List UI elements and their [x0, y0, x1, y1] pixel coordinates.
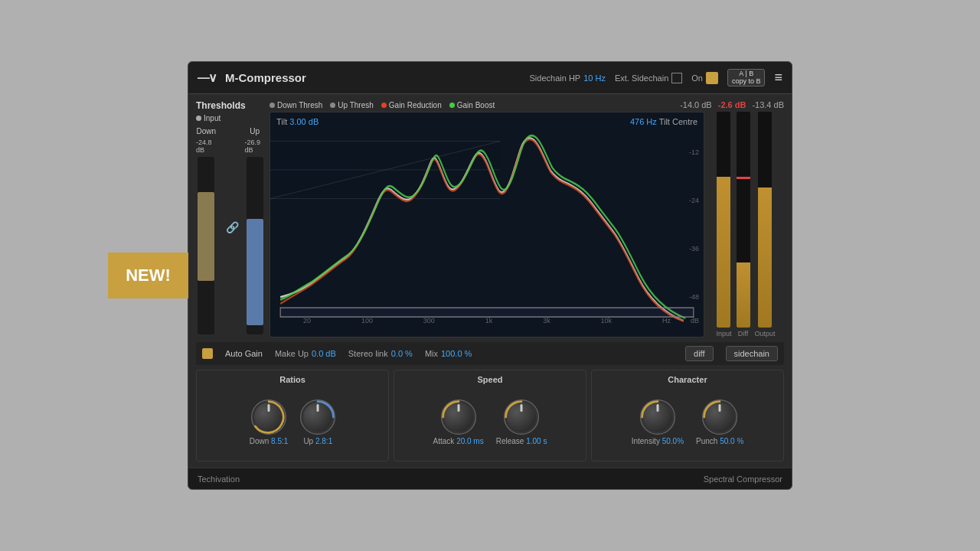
stereo-link-label: Stereo link	[348, 349, 388, 358]
down-slider[interactable]	[198, 157, 214, 334]
speed-group: Speed Attack 20.0 ms	[394, 370, 586, 461]
attack-label: Attack 20.0 ms	[433, 437, 484, 445]
punch-knob[interactable]	[702, 399, 737, 435]
on-btn-box	[706, 72, 718, 84]
legend-gain-reduction: Gain Reduction	[381, 101, 442, 109]
logo-icon: —∨	[198, 70, 216, 85]
db-readout-1: -14.0 dB	[680, 100, 712, 109]
intensity-knob[interactable]	[640, 399, 675, 435]
attack-item: Attack 20.0 ms	[433, 399, 484, 445]
ratios-label: Ratios	[279, 375, 305, 384]
up-value: -26.9 dB	[245, 139, 266, 154]
intensity-arc	[639, 398, 677, 436]
punch-arc	[701, 398, 739, 436]
header: —∨ M-Compressor Sidechain HP 10 Hz Ext. …	[188, 62, 792, 94]
down-ratio-label: Down 8.5:1	[250, 437, 289, 445]
output-meter-label: Output	[755, 330, 776, 337]
up-ratio-item: Up 2.8:1	[300, 399, 335, 445]
legend-dot-down	[270, 103, 275, 108]
sidechain-button[interactable]: sidechain	[726, 346, 778, 361]
thresholds-section: Thresholds Input Down -24.8 dB	[196, 100, 265, 337]
makeup-label: Make Up	[275, 349, 309, 358]
diff-meter-label: Diff	[738, 330, 748, 337]
release-knob[interactable]	[504, 399, 539, 435]
plugin-window: NEW! —∨ M-Compressor Sidechain HP 10 Hz …	[188, 61, 792, 490]
body: Thresholds Input Down -24.8 dB	[188, 94, 792, 468]
db-readout-3: -13.4 dB	[752, 100, 784, 109]
mix-group: Mix 100.0 %	[425, 349, 472, 358]
output-meter-col: Output	[755, 112, 776, 337]
punch-label: Punch 50.0 %	[696, 437, 743, 445]
plugin-title: M-Compressor	[225, 71, 306, 84]
makeup-value[interactable]: 0.0 dB	[312, 349, 336, 358]
stereo-link-group: Stereo link 0.0 %	[348, 349, 413, 358]
input-meter	[717, 112, 730, 328]
footer-brand: Techivation	[198, 474, 240, 484]
diff-button[interactable]: diff	[685, 346, 713, 361]
diff-meter	[737, 112, 750, 328]
up-slider[interactable]	[247, 157, 263, 334]
up-ratio-label: Up 2.8:1	[303, 437, 332, 445]
up-threshold-col: Up -26.9 dB	[245, 127, 266, 334]
attack-knob[interactable]	[441, 399, 476, 435]
spectrum-graph[interactable]: Tilt 3.00 dB 476 Hz Tilt Centre	[270, 112, 704, 337]
sidechain-hp-value[interactable]: 10 Hz	[583, 73, 606, 83]
intensity-item: Intensity 50.0%	[632, 399, 684, 445]
down-ratio-item: Down 8.5:1	[250, 399, 289, 445]
input-meter-label: Input	[716, 330, 731, 337]
db-axis: -12 -24 -36 -48	[689, 112, 699, 337]
new-badge: NEW!	[108, 253, 188, 298]
auto-gain-row: Auto Gain Make Up 0.0 dB Stereo link 0.0…	[196, 342, 784, 365]
knobs-section: Ratios Down 8.5:1	[196, 370, 784, 461]
intensity-label: Intensity 50.0%	[632, 437, 684, 445]
down-value: -24.8 dB	[196, 139, 217, 154]
down-label: Down	[196, 127, 216, 135]
legend-input: Input	[196, 114, 220, 122]
ext-sidechain: Ext. Sidechain	[615, 73, 682, 83]
freq-axis: 20 100 300 1k 3k 10k Hz	[270, 317, 704, 324]
diff-meter-col: Diff	[737, 112, 750, 337]
attack-arc	[439, 398, 478, 436]
release-label: Release 1.00 s	[496, 437, 547, 445]
thresholds-label: Thresholds	[196, 100, 265, 111]
release-arc	[502, 398, 541, 436]
up-label: Up	[250, 127, 260, 135]
link-icon[interactable]: 🔗	[226, 221, 239, 233]
ab-button[interactable]: A | B copy to B	[727, 69, 766, 87]
footer: Techivation Spectral Compressor	[188, 468, 792, 489]
legend-gain-boost: Gain Boost	[449, 101, 495, 109]
legend-dot-input	[196, 116, 201, 121]
on-button[interactable]: On	[691, 72, 718, 84]
mix-label: Mix	[425, 349, 438, 358]
db-readout-2: -2.6 dB	[718, 100, 746, 109]
legend-dot-up	[330, 103, 335, 108]
menu-button[interactable]: ≡	[774, 70, 782, 86]
makeup-group: Make Up 0.0 dB	[275, 349, 336, 358]
auto-gain-label: Auto Gain	[225, 349, 263, 358]
up-ratio-arc	[299, 398, 337, 436]
ratios-group: Ratios Down 8.5:1	[196, 370, 389, 461]
speed-knobs-row: Attack 20.0 ms Release 1.00 s	[433, 387, 547, 458]
legend-row: Input	[196, 114, 265, 122]
new-badge-text: NEW!	[126, 266, 171, 285]
up-ratio-knob[interactable]	[300, 399, 335, 435]
auto-gain-checkbox[interactable]	[202, 348, 213, 359]
mix-value[interactable]: 100.0 %	[441, 349, 472, 358]
stereo-link-value[interactable]: 0.0 %	[391, 349, 413, 358]
footer-product: Spectral Compressor	[704, 474, 782, 484]
down-ratio-knob[interactable]	[251, 399, 286, 435]
punch-item: Punch 50.0 %	[696, 399, 743, 445]
legend-dot-gr	[381, 103, 387, 108]
ratios-knobs-row: Down 8.5:1 Up 2.8:1	[250, 387, 336, 458]
legend-up-thresh: Up Thresh	[330, 101, 374, 109]
thresholds-sliders: Down -24.8 dB 🔗 Up -26.9 dB	[196, 124, 265, 337]
down-ratio-arc	[250, 398, 288, 436]
spectrum-curves	[270, 112, 704, 337]
legend-dot-gb	[449, 103, 455, 108]
character-group: Character Intensity 50.0%	[591, 370, 784, 461]
ext-sidechain-checkbox[interactable]	[671, 73, 682, 83]
character-knobs-row: Intensity 50.0% Punch 50.0 %	[632, 387, 744, 458]
character-label: Character	[668, 375, 707, 384]
output-meter	[758, 112, 772, 328]
speed-label: Speed	[477, 375, 502, 384]
